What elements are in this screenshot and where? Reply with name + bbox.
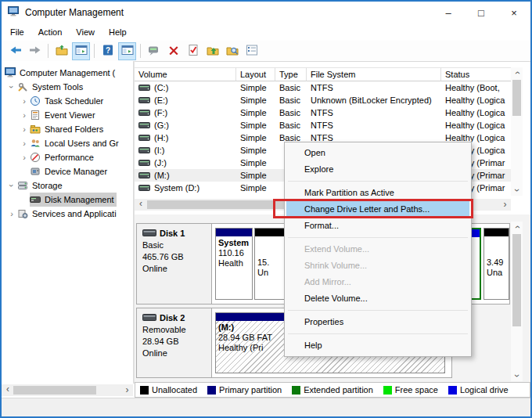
folder-up-button[interactable] xyxy=(203,42,221,60)
app-icon xyxy=(8,6,20,19)
column-header-file-system[interactable]: File System xyxy=(307,67,441,81)
export-list-button[interactable] xyxy=(52,42,70,60)
svg-text:?: ? xyxy=(105,46,110,55)
scrollbar-thumb[interactable] xyxy=(512,234,521,326)
column-header-layout[interactable]: Layout xyxy=(236,67,275,81)
diskmgmt-icon xyxy=(30,194,42,205)
scrollbar-thumb[interactable] xyxy=(13,386,96,395)
minimize-button[interactable]: – xyxy=(432,2,465,23)
column-header-status[interactable]: Status xyxy=(441,67,512,81)
scroll-right-icon[interactable] xyxy=(499,199,511,210)
sidebar-item-label: Device Manager xyxy=(45,167,107,176)
layout-cell: Simple xyxy=(236,171,275,180)
legend-label: Unallocated xyxy=(152,385,197,395)
chevron-closed-icon[interactable] xyxy=(19,96,30,106)
sidebar-item-task-scheduler[interactable]: Task Scheduler xyxy=(2,94,133,108)
layout-cell: Simple xyxy=(236,108,275,117)
sidebar-item-disk-management[interactable]: Disk Management xyxy=(2,193,133,207)
disk-info-panel[interactable]: Disk 2Removable28.94 GBOnline xyxy=(137,308,212,377)
check-document-button[interactable] xyxy=(184,42,202,60)
volume-name-cell: (G:) xyxy=(135,121,236,130)
menu-separator xyxy=(288,310,468,311)
context-menu-item-add-mirror: Add Mirror... xyxy=(286,274,469,290)
sidebar-item-label: Disk Management xyxy=(45,195,114,204)
sidebar-item-event-viewer[interactable]: Event Viewer xyxy=(2,108,133,122)
scroll-up-icon[interactable] xyxy=(511,222,523,232)
file-system-cell: Unknown (BitLocker Encrypted) xyxy=(307,95,441,105)
column-header-type[interactable]: Type xyxy=(275,67,307,81)
chevron-open-icon[interactable] xyxy=(6,82,17,92)
menu-file[interactable]: File xyxy=(3,25,31,39)
help-button[interactable]: ? xyxy=(99,42,117,60)
scroll-left-icon[interactable] xyxy=(135,199,146,210)
titlebar: Computer Management –□× xyxy=(2,2,530,23)
scrollbar-thumb[interactable] xyxy=(512,80,521,116)
chevron-closed-icon[interactable] xyxy=(19,153,30,162)
menu-action[interactable]: Action xyxy=(31,25,70,39)
drive-icon xyxy=(138,160,150,166)
delete-button[interactable] xyxy=(164,42,182,60)
console-tree-button[interactable] xyxy=(72,42,90,60)
scroll-up-icon[interactable] xyxy=(511,67,523,78)
close-button[interactable]: × xyxy=(498,2,530,23)
forward-arrow-button[interactable] xyxy=(26,42,44,60)
sidebar-item-services-and-applicati[interactable]: Services and Applicati xyxy=(2,207,133,221)
menu-view[interactable]: View xyxy=(69,25,102,39)
partition-unallocated[interactable]: 3.49Una xyxy=(483,228,509,300)
disk-info-panel[interactable]: Disk 1Basic465.76 GBOnline xyxy=(137,224,212,304)
sidebar-item-computer-management[interactable]: Computer Management ( xyxy=(2,66,133,80)
drive-icon xyxy=(138,172,150,178)
folder-find-button[interactable] xyxy=(223,42,241,60)
layout-cell: Simple xyxy=(236,133,275,142)
sidebar-item-shared-folders[interactable]: Shared Folders xyxy=(2,122,133,136)
console-tree-icon xyxy=(74,44,88,58)
context-menu-item-help[interactable]: Help xyxy=(286,337,469,354)
menu-help[interactable]: Help xyxy=(102,25,134,39)
maximize-button[interactable]: □ xyxy=(465,2,498,23)
chevron-closed-icon[interactable] xyxy=(6,209,17,218)
scroll-right-icon[interactable] xyxy=(121,384,133,395)
disk-icon xyxy=(142,228,156,240)
back-arrow-button[interactable] xyxy=(6,42,24,60)
chevron-closed-icon[interactable] xyxy=(19,110,30,120)
column-header-volume[interactable]: Volume xyxy=(135,67,236,81)
sidebar-item-label: Services and Applicati xyxy=(32,209,117,218)
sidebar-item-system-tools[interactable]: System Tools xyxy=(2,80,133,94)
context-menu-item-properties[interactable]: Properties xyxy=(286,314,469,330)
partition-label-line: System xyxy=(218,238,252,248)
context-menu-item-delete-volume[interactable]: Delete Volume... xyxy=(286,290,469,307)
check-document-icon xyxy=(186,44,200,58)
chevron-closed-icon[interactable] xyxy=(19,139,30,148)
partition-primary[interactable]: System110.16Health xyxy=(215,228,253,300)
sidebar-item-device-manager[interactable]: Device Manager xyxy=(2,164,133,178)
context-menu-item-open[interactable]: Open xyxy=(286,145,469,161)
properties-list-button[interactable] xyxy=(243,42,261,60)
console-window-icon xyxy=(120,44,135,58)
popup-window-button[interactable] xyxy=(145,42,163,60)
file-system-cell: NTFS xyxy=(307,121,441,130)
graph-pane-vscrollbar[interactable] xyxy=(511,222,523,381)
volume-row-e[interactable]: (E:) Simple Basic Unknown (BitLocker Enc… xyxy=(135,94,512,106)
tree-hscrollbar[interactable] xyxy=(2,384,133,396)
scroll-left-icon[interactable] xyxy=(2,384,13,395)
sidebar-item-storage[interactable]: Storage xyxy=(2,178,133,193)
volume-row-f[interactable]: (F:) Simple Basic NTFS Healthy (Logica xyxy=(135,106,512,119)
context-menu-item-explore[interactable]: Explore xyxy=(286,161,469,178)
console-window-button[interactable] xyxy=(118,42,136,60)
volume-list-vscrollbar[interactable] xyxy=(511,67,523,196)
chevron-closed-icon[interactable] xyxy=(19,124,30,134)
chevron-open-icon[interactable] xyxy=(6,181,17,190)
volume-row-g[interactable]: (G:) Simple Basic NTFS Healthy (Logica xyxy=(135,119,512,132)
type-cell: Basic xyxy=(275,108,307,117)
scroll-down-icon[interactable] xyxy=(511,185,523,196)
drive-icon xyxy=(138,147,150,153)
export-list-icon xyxy=(55,44,69,58)
sidebar-item-performance[interactable]: Performance xyxy=(2,150,133,164)
volume-row-c[interactable]: (C:) Simple Basic NTFS Healthy (Boot, xyxy=(135,81,512,94)
context-menu-item-format[interactable]: Format... xyxy=(286,218,469,234)
disk-info-line: 465.76 GB xyxy=(142,251,211,263)
sidebar-item-local-users-and-gr[interactable]: Local Users and Gr xyxy=(2,136,133,150)
layout-cell: Simple xyxy=(236,95,275,105)
scroll-down-icon[interactable] xyxy=(511,370,523,381)
type-cell: Basic xyxy=(275,121,307,130)
